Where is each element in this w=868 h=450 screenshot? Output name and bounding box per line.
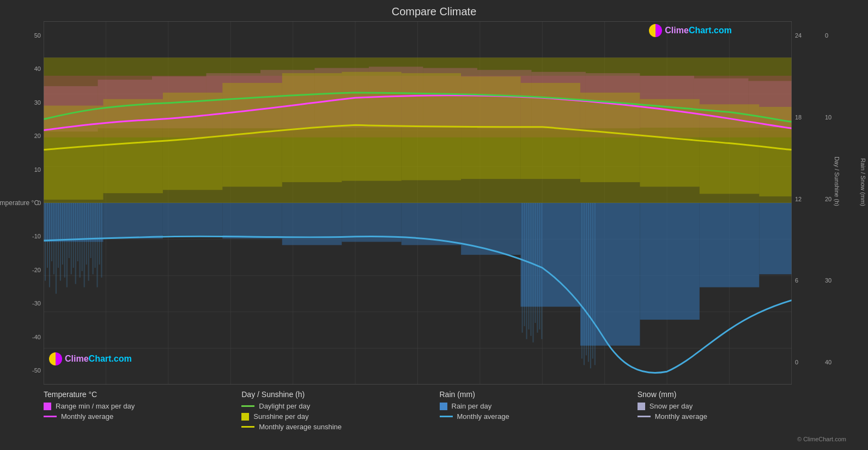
y-axis-sunshine: 24 18 12 6 0 (792, 21, 822, 385)
svg-rect-77 (69, 203, 70, 258)
svg-rect-90 (97, 203, 98, 287)
legend-rain-avg-label: Monthly average (457, 412, 509, 421)
svg-rect-99 (535, 203, 536, 323)
svg-rect-92 (101, 203, 102, 278)
svg-rect-40 (44, 106, 103, 200)
legend-sunshine-avg-label: Monthly average sunshine (259, 423, 342, 431)
svg-rect-95 (526, 203, 527, 339)
svg-rect-72 (58, 203, 59, 268)
svg-rect-65 (759, 203, 792, 274)
svg-rect-55 (163, 203, 222, 235)
svg-rect-91 (99, 203, 100, 265)
legend-temp-range-label: Range min / max per day (56, 402, 135, 410)
svg-rect-61 (521, 203, 580, 307)
svg-rect-83 (82, 203, 83, 271)
legend-snow-day: Snow per day (638, 402, 824, 410)
logo-icon-top (649, 24, 662, 37)
chart-plot: Hội An Hội An ClimeChart.com ClimeChart.… (44, 21, 792, 385)
legend-rain-avg: Monthly average (440, 412, 627, 421)
svg-rect-69 (51, 203, 52, 261)
main-container: Compare Climate Temperature °C 50 40 30 … (0, 0, 868, 450)
copyright: © ClimeChart.com (11, 436, 857, 445)
rain-snow-label: Rain / Snow (mm) (860, 158, 866, 206)
svg-rect-86 (88, 203, 89, 281)
legend-snow-day-color (638, 403, 645, 410)
svg-rect-93 (522, 203, 523, 333)
svg-rect-64 (700, 203, 759, 287)
legend-temp-avg: Monthly average (44, 412, 230, 421)
svg-rect-84 (84, 203, 85, 287)
legend-sunshine-day-label: Sunshine per day (253, 412, 308, 421)
legend-daylight-label: Daylight per day (259, 402, 310, 410)
legend-rain-day: Rain per day (440, 402, 627, 410)
legend-daylight-color (241, 405, 254, 407)
legend-area: Temperature °C Range min / max per day M… (11, 385, 857, 436)
legend-sunshine-title: Day / Sunshine (h) (241, 390, 428, 399)
svg-rect-82 (80, 203, 81, 278)
logo-icon-bottom (49, 352, 62, 365)
day-sunshine-label: Day / Sunshine (h) (833, 157, 840, 206)
legend-sunshine-day-color (241, 413, 249, 421)
svg-rect-81 (77, 203, 78, 261)
y-axis-rain-container: 0 10 20 30 40 Day / Sunshine (h) Rain / … (822, 21, 857, 385)
legend-temp-range-color (44, 403, 51, 410)
svg-rect-60 (461, 203, 520, 255)
svg-rect-97 (530, 203, 531, 336)
svg-rect-106 (588, 203, 589, 362)
legend-temp-avg-label: Monthly average (61, 412, 113, 421)
svg-rect-89 (95, 203, 96, 268)
legend-sunshine-avg-color (241, 426, 254, 428)
svg-rect-66 (45, 203, 46, 281)
svg-rect-71 (56, 203, 57, 294)
legend-snow-avg-label: Monthly average (655, 412, 707, 421)
svg-rect-108 (592, 203, 593, 358)
legend-temp-avg-color (44, 416, 57, 417)
legend-rain: Rain (mm) Rain per day Monthly average (440, 390, 627, 433)
legend-sunshine: Day / Sunshine (h) Daylight per day Suns… (241, 390, 428, 433)
legend-snow-avg-color (638, 416, 651, 417)
svg-rect-62 (580, 203, 640, 346)
svg-rect-54 (103, 203, 162, 238)
svg-rect-100 (537, 203, 538, 333)
svg-rect-56 (222, 203, 282, 238)
svg-rect-67 (47, 203, 48, 268)
logo-bottom-left: ClimeChart.com (49, 352, 132, 365)
legend-sunshine-day: Sunshine per day (241, 412, 428, 421)
legend-temp-range: Range min / max per day (44, 402, 230, 410)
logo-clime-text: Clime (665, 26, 689, 35)
svg-rect-78 (71, 203, 72, 274)
svg-rect-68 (49, 203, 50, 287)
svg-rect-96 (528, 203, 529, 329)
svg-rect-107 (590, 203, 591, 368)
chart-title: Compare Climate (11, 5, 857, 18)
legend-rain-title: Rain (mm) (440, 390, 627, 399)
legend-rain-day-label: Rain per day (452, 402, 492, 410)
legend-rain-day-color (440, 403, 447, 410)
svg-rect-73 (60, 203, 61, 281)
svg-rect-74 (62, 203, 63, 265)
svg-rect-57 (282, 203, 342, 245)
svg-rect-85 (86, 203, 87, 265)
svg-rect-102 (541, 203, 542, 339)
svg-rect-42 (163, 93, 222, 190)
legend-temperature: Temperature °C Range min / max per day M… (44, 390, 230, 433)
legend-rain-avg-color (440, 416, 453, 417)
svg-rect-87 (90, 203, 92, 258)
svg-rect-76 (66, 203, 68, 287)
legend-temp-title: Temperature °C (44, 390, 230, 399)
svg-rect-79 (73, 203, 74, 268)
legend-snow: Snow (mm) Snow per day Monthly average (638, 390, 824, 433)
svg-rect-94 (524, 203, 525, 326)
svg-rect-103 (581, 203, 582, 358)
y-axis-left-label: Temperature °C (0, 199, 39, 207)
svg-rect-63 (640, 203, 699, 320)
legend-snow-avg: Monthly average (638, 412, 824, 421)
logo-top-right: ClimeChart.com (649, 24, 732, 37)
legend-snow-title: Snow (mm) (638, 390, 824, 399)
svg-rect-41 (103, 99, 162, 193)
svg-rect-70 (53, 203, 54, 274)
svg-rect-104 (584, 203, 585, 365)
svg-rect-51 (700, 104, 759, 194)
svg-rect-80 (75, 203, 76, 284)
svg-rect-109 (594, 203, 596, 365)
